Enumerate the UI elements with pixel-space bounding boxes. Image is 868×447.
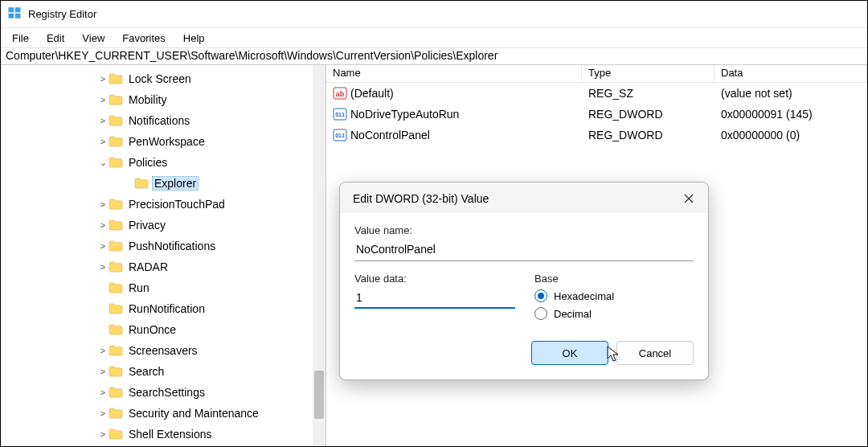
chevron-right-icon[interactable]: > [97, 408, 108, 418]
tree-node[interactable]: RunOnce [1, 319, 326, 340]
folder-icon [108, 135, 123, 148]
dword-value-icon [333, 128, 347, 142]
scrollbar-thumb[interactable] [314, 371, 324, 419]
col-header-data[interactable]: Data [714, 65, 867, 82]
svg-rect-3 [15, 14, 21, 18]
tree-node[interactable]: >Mobility [1, 89, 326, 110]
chevron-right-icon[interactable]: > [97, 367, 108, 376]
tree-node[interactable]: >PushNotifications [1, 236, 326, 256]
tree-node[interactable]: >RADAR [1, 256, 326, 277]
chevron-right-icon[interactable]: > [97, 199, 108, 209]
dialog-close-button[interactable] [681, 191, 697, 207]
tree-pane: >Lock Screen>Mobility>Notifications>PenW… [1, 65, 326, 446]
tree-node[interactable]: >Screensavers [1, 340, 326, 361]
chevron-right-icon[interactable]: > [97, 116, 108, 125]
tree-scrollbar[interactable] [313, 65, 326, 446]
tree-node-label: Explorer [152, 176, 199, 191]
tree-node[interactable]: >Shell Extensions [1, 424, 326, 445]
tree-node[interactable]: >Notifications [1, 110, 326, 131]
folder-icon [108, 93, 123, 106]
radio-dec-label: Decimal [554, 308, 592, 320]
folder-icon [108, 114, 123, 127]
tree-node[interactable]: >PenWorkspace [1, 131, 326, 152]
tree-node[interactable]: >Security and Maintenance [1, 403, 326, 424]
value-name-label: Value name: [354, 224, 694, 236]
tree-node-label: RunOnce [126, 322, 178, 337]
tree-node[interactable]: Run [1, 277, 326, 298]
string-value-icon [333, 86, 347, 100]
folder-icon [108, 219, 123, 232]
tree-node-label: PrecisionTouchPad [126, 197, 227, 211]
tree-node-label: PenWorkspace [126, 134, 207, 149]
chevron-right-icon[interactable]: > [97, 241, 108, 251]
regedit-icon [7, 6, 22, 23]
list-header: Name Type Data [326, 65, 867, 83]
folder-icon [134, 177, 149, 190]
menu-help[interactable]: Help [175, 31, 213, 46]
chevron-right-icon[interactable]: > [97, 220, 108, 230]
svg-rect-0 [9, 7, 14, 12]
radio-hexadecimal[interactable]: Hexadecimal [534, 289, 694, 302]
tree-node[interactable]: >SearchSettings [1, 382, 326, 403]
chevron-right-icon[interactable]: > [97, 346, 108, 355]
folder-icon [108, 281, 123, 294]
tree-node-label: Policies [126, 155, 170, 170]
tree-node[interactable]: ⌄Policies [1, 152, 326, 173]
folder-icon [108, 344, 123, 357]
tree-node[interactable]: >Search [1, 361, 326, 382]
tree-node-label: Privacy [126, 218, 168, 232]
chevron-right-icon[interactable]: > [97, 262, 108, 272]
list-row[interactable]: (Default)REG_SZ(value not set) [326, 83, 867, 104]
chevron-down-icon[interactable]: ⌄ [97, 158, 108, 168]
value-type: REG_DWORD [582, 129, 714, 141]
folder-icon [108, 156, 123, 169]
address-bar[interactable]: Computer\HKEY_CURRENT_USER\Software\Micr… [1, 47, 867, 65]
tree-node[interactable]: >PrecisionTouchPad [1, 194, 326, 215]
menu-edit[interactable]: Edit [39, 31, 72, 46]
value-data-input[interactable] [354, 288, 515, 309]
ok-button[interactable]: OK [531, 341, 608, 365]
tree-node[interactable]: >Privacy [1, 215, 326, 236]
chevron-right-icon[interactable]: > [97, 388, 108, 397]
dword-value-icon [333, 107, 347, 121]
list-row[interactable]: NoControlPanelREG_DWORD0x00000000 (0) [326, 125, 867, 146]
value-type: REG_SZ [582, 87, 714, 100]
tree-node-label: Mobility [126, 92, 169, 107]
tree-node[interactable]: >Lock Screen [1, 68, 326, 89]
radio-icon [534, 289, 547, 302]
svg-rect-1 [15, 7, 21, 12]
list-row[interactable]: NoDriveTypeAutoRunREG_DWORD0x00000091 (1… [326, 104, 867, 125]
menu-bar: File Edit View Favorites Help [1, 28, 867, 47]
menu-file[interactable]: File [4, 31, 37, 46]
menu-favorites[interactable]: Favorites [114, 31, 173, 46]
base-label: Base [534, 273, 694, 285]
tree-node-label: SearchSettings [126, 385, 207, 400]
svg-rect-2 [9, 14, 14, 18]
folder-icon [108, 323, 123, 336]
tree-node[interactable]: RunNotification [1, 298, 326, 319]
radio-decimal[interactable]: Decimal [534, 307, 694, 320]
col-header-type[interactable]: Type [582, 65, 714, 82]
chevron-right-icon[interactable]: > [97, 137, 108, 146]
menu-view[interactable]: View [74, 31, 113, 46]
window-title: Registry Editor [28, 8, 96, 20]
value-data: 0x00000091 (145) [714, 108, 867, 121]
value-name-field[interactable]: NoControlPanel [354, 240, 694, 261]
folder-icon [108, 198, 123, 211]
cancel-button[interactable]: Cancel [616, 341, 694, 365]
chevron-right-icon[interactable]: > [97, 74, 108, 84]
chevron-right-icon[interactable]: > [97, 429, 108, 439]
value-name: NoControlPanel [350, 129, 430, 141]
value-data: 0x00000000 (0) [714, 129, 867, 141]
tree-node-label: RunNotification [126, 301, 207, 316]
tree-node-label: RADAR [126, 260, 170, 274]
radio-icon [534, 307, 547, 320]
title-bar: Registry Editor [1, 1, 867, 28]
value-name: (Default) [350, 87, 394, 100]
chevron-right-icon[interactable]: > [97, 95, 108, 105]
col-header-name[interactable]: Name [326, 65, 582, 82]
tree-node[interactable]: Explorer [1, 173, 326, 194]
folder-icon [108, 386, 123, 399]
folder-icon [108, 428, 123, 441]
tree-node-label: Run [126, 281, 152, 295]
